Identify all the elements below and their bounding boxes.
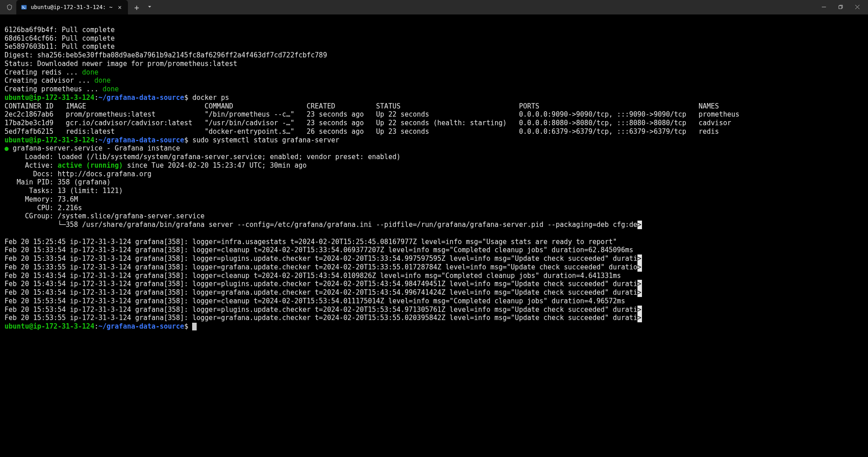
log-line: Feb 20 15:43:54 ip-172-31-3-124 grafana[… xyxy=(5,288,637,297)
docker-ps-header: CONTAINER ID IMAGE COMMAND CREATED STATU… xyxy=(5,102,719,110)
prompt-user: ubuntu@ip-172-31-3-124 xyxy=(5,94,94,102)
service-cpu: CPU: 2.216s xyxy=(5,204,82,212)
log-line: Feb 20 15:43:54 ip-172-31-3-124 grafana[… xyxy=(5,280,637,288)
prompt-path: ~/grafana-data-source xyxy=(99,136,184,144)
docker-ps-row: 17ba2be3c1d9 gcr.io/cadvisor/cadvisor:la… xyxy=(5,119,731,127)
maximize-button[interactable] xyxy=(838,4,843,11)
truncation-indicator: > xyxy=(637,280,642,288)
window-controls xyxy=(821,4,864,11)
tab-close-button[interactable]: × xyxy=(116,4,123,11)
truncation-indicator: > xyxy=(637,306,642,314)
log-line: Feb 20 15:33:54 ip-172-31-3-124 grafana[… xyxy=(5,246,633,254)
minimize-button[interactable] xyxy=(821,4,826,11)
output-line: 5e5897603b11: Pull complete xyxy=(5,42,115,51)
docker-ps-row: 5ed7fafb6215 redis:latest "docker-entryp… xyxy=(5,127,719,136)
service-cgroup: CGroup: /system.slice/grafana-server.ser… xyxy=(5,212,205,220)
output-line: 6126ba6f9b4f: Pull complete xyxy=(5,26,115,34)
log-line: Feb 20 15:33:54 ip-172-31-3-124 grafana[… xyxy=(5,254,637,263)
log-line: Feb 20 15:43:54 ip-172-31-3-124 grafana[… xyxy=(5,272,621,280)
log-line: Feb 20 15:53:54 ip-172-31-3-124 grafana[… xyxy=(5,297,625,305)
output-line: Creating redis ... xyxy=(5,68,82,76)
powershell-icon xyxy=(21,4,27,10)
log-line: Feb 20 15:53:54 ip-172-31-3-124 grafana[… xyxy=(5,306,637,314)
log-line: Feb 20 15:53:55 ip-172-31-3-124 grafana[… xyxy=(5,314,637,322)
service-active-label: Active: xyxy=(5,161,57,170)
service-tasks: Tasks: 13 (limit: 1121) xyxy=(5,187,123,195)
output-line: Creating prometheus ... xyxy=(5,85,103,93)
tab-title: ubuntu@ip-172-31-3-124: ~ xyxy=(31,4,113,10)
close-button[interactable] xyxy=(855,4,860,11)
done-label: done xyxy=(82,68,99,76)
status-dot-icon: ● xyxy=(5,144,9,152)
prompt-path: ~/grafana-data-source xyxy=(99,94,184,102)
terminal-output[interactable]: 6126ba6f9b4f: Pull complete 68d61c64cf66… xyxy=(0,14,868,334)
truncation-indicator: > xyxy=(637,221,642,229)
svg-rect-0 xyxy=(21,5,27,9)
service-memory: Memory: 73.6M xyxy=(5,195,78,203)
truncation-indicator: > xyxy=(637,263,642,272)
output-line: Status: Downloaded newer image for prom/… xyxy=(5,60,237,68)
new-tab-button[interactable]: + xyxy=(132,3,142,12)
service-title: grafana-server.service - Grafana instanc… xyxy=(9,144,180,152)
output-line: 68d61c64cf66: Pull complete xyxy=(5,34,115,42)
service-docs: Docs: http://docs.grafana.org xyxy=(5,170,151,178)
command: docker ps xyxy=(192,94,229,102)
prompt-user: ubuntu@ip-172-31-3-124 xyxy=(5,322,94,330)
done-label: done xyxy=(103,85,119,93)
log-line: Feb 20 15:25:45 ip-172-31-3-124 grafana[… xyxy=(5,238,617,246)
done-label: done xyxy=(94,76,111,85)
tab-active[interactable]: ubuntu@ip-172-31-3-124: ~ × xyxy=(16,0,128,14)
service-active-since: since Tue 2024-02-20 15:23:47 UTC; 30min… xyxy=(123,161,307,170)
prompt-path: ~/grafana-data-source xyxy=(99,322,184,330)
output-line: Digest: sha256:beb5e30ffba08d9ae8a7961b9… xyxy=(5,51,327,59)
service-cgroup-line: └─358 /usr/share/grafana/bin/grafana ser… xyxy=(5,221,637,229)
service-loaded: Loaded: loaded (/lib/systemd/system/graf… xyxy=(5,153,401,161)
cursor xyxy=(192,323,197,330)
output-line: Creating cadvisor ... xyxy=(5,76,94,85)
shield-icon xyxy=(6,4,13,10)
truncation-indicator: > xyxy=(637,254,642,263)
service-mainpid: Main PID: 358 (grafana) xyxy=(5,178,111,186)
titlebar: ubuntu@ip-172-31-3-124: ~ × + xyxy=(0,0,868,14)
tab-dropdown-button[interactable] xyxy=(146,4,154,10)
truncation-indicator: > xyxy=(637,314,642,322)
command: sudo systemctl status grafana-server xyxy=(192,136,339,144)
svg-rect-3 xyxy=(839,6,841,9)
docker-ps-row: 2ec2c1867ab6 prom/prometheus:latest "/bi… xyxy=(5,110,740,118)
truncation-indicator: > xyxy=(637,288,642,297)
log-line: Feb 20 15:33:55 ip-172-31-3-124 grafana[… xyxy=(5,263,637,271)
service-active-state: active (running) xyxy=(57,161,123,170)
prompt-user: ubuntu@ip-172-31-3-124 xyxy=(5,136,94,144)
